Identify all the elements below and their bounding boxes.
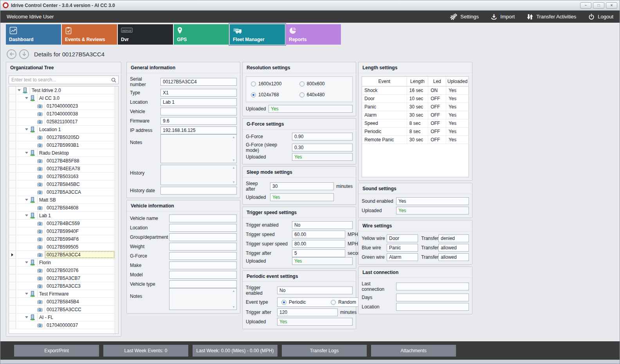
vehicle-make-input[interactable] bbox=[169, 261, 237, 269]
back-button[interactable] bbox=[7, 49, 16, 59]
expander-icon[interactable] bbox=[18, 89, 21, 91]
transfer-logs-button[interactable]: Transfer Logs bbox=[282, 345, 367, 357]
tree-node-017040000038[interactable]: 017040000038 bbox=[9, 110, 115, 118]
tree-node-00127b5994f6[interactable]: 00127B5994F6 bbox=[9, 235, 115, 243]
length-row-alarm[interactable]: Alarm30 secOFFYes bbox=[362, 111, 469, 119]
expander-icon[interactable] bbox=[25, 128, 28, 130]
scroll-up-icon[interactable]: ▲ bbox=[232, 289, 235, 293]
attachments-button[interactable]: Attachments bbox=[371, 345, 456, 357]
tree-node-00127b584608[interactable]: 00127B584608 bbox=[9, 204, 115, 212]
tree-node-location-1[interactable]: Location 1 bbox=[9, 126, 115, 133]
radio-1600x1200[interactable]: 1600x1200 bbox=[251, 81, 299, 86]
radio-800x600[interactable]: 800x600 bbox=[299, 81, 348, 86]
expander-icon[interactable] bbox=[25, 293, 28, 295]
length-row-panic[interactable]: Panic30 secOFFYes bbox=[362, 103, 469, 111]
logout-button[interactable]: Logout bbox=[588, 13, 613, 20]
tree-node-00127b5993b1[interactable]: 00127B5993B1 bbox=[9, 141, 115, 149]
tree-node-test-firmware[interactable]: Test Firmware bbox=[9, 290, 115, 298]
tab-dashboard[interactable]: Dashboard bbox=[6, 24, 61, 45]
general-type-input[interactable] bbox=[160, 89, 237, 97]
last-connection-last-connection-input[interactable] bbox=[396, 283, 469, 290]
tree-node-00127b50205d[interactable]: 00127B50205D bbox=[9, 133, 115, 141]
tree-node-radu-desktop[interactable]: Radu Desktop bbox=[9, 149, 115, 157]
tree-node-00127b5a3cc3[interactable]: 00127B5A3CC3 bbox=[9, 282, 115, 290]
tab-events-reviews[interactable]: Events & Reviews bbox=[62, 24, 117, 45]
minimize-button[interactable]: – bbox=[580, 2, 591, 9]
trigger-trigger-super-speed-input[interactable] bbox=[292, 240, 345, 248]
vehicle-location-input[interactable] bbox=[169, 224, 237, 232]
general-location-input[interactable] bbox=[160, 98, 237, 106]
blue-wire-input[interactable] bbox=[387, 244, 418, 252]
tree-node-00127b5a3cc4[interactable]: 00127B5A3CC4 bbox=[9, 251, 115, 259]
vehicle-vehicle-name-input[interactable] bbox=[169, 214, 237, 222]
import-button[interactable]: Import bbox=[490, 13, 515, 20]
notes-textarea[interactable]: ▲▼ bbox=[160, 134, 237, 163]
radio-random[interactable]: Random bbox=[331, 299, 356, 305]
scroll-up-icon[interactable]: ▲ bbox=[232, 135, 235, 139]
scroll-down-button[interactable] bbox=[19, 49, 29, 59]
blue-wire-transfer-input[interactable] bbox=[438, 244, 469, 252]
expander-icon[interactable] bbox=[25, 152, 28, 154]
scroll-up-icon[interactable]: ▲ bbox=[232, 166, 235, 169]
last-week-events-button[interactable]: Last Week Events: 0 bbox=[103, 345, 188, 357]
tree-node-00127b5a3cca[interactable]: 00127B5A3CCA bbox=[9, 188, 115, 196]
tree-node-test-idrive-2-0[interactable]: Test Idrive 2.0 bbox=[9, 86, 115, 94]
close-button[interactable]: × bbox=[606, 2, 617, 9]
vehicle-notes-textarea[interactable]: ▲▼ bbox=[169, 288, 237, 310]
trigger-trigger-speed-input[interactable] bbox=[292, 231, 345, 238]
vehicle-weight-input[interactable] bbox=[169, 243, 237, 250]
length-row-door[interactable]: Door10 secOFFYes bbox=[362, 94, 469, 103]
length-row-shock[interactable]: Shock16 secONYes bbox=[362, 86, 469, 94]
length-row-remote-panic[interactable]: Remote Panic30 secOFFYes bbox=[362, 135, 469, 144]
radio-1024x768[interactable]: 1024x768 bbox=[251, 92, 299, 97]
search-input[interactable] bbox=[9, 76, 119, 84]
periodic-trigger-after-input[interactable] bbox=[277, 308, 338, 316]
trigger-trigger-after-input[interactable] bbox=[292, 249, 345, 257]
expander-icon[interactable] bbox=[25, 261, 28, 263]
vehicle-model-input[interactable] bbox=[169, 271, 237, 279]
last-connection-days-input[interactable] bbox=[396, 294, 469, 301]
general-ip-address-input[interactable] bbox=[160, 126, 237, 134]
trigger-trigger-enabled-input[interactable] bbox=[292, 221, 353, 229]
vehicle-vehicle-type-input[interactable] bbox=[169, 280, 237, 288]
tree-node-ai-fl[interactable]: AI - FL bbox=[9, 314, 115, 321]
tree-node-025821100017[interactable]: 025821100017 bbox=[9, 118, 115, 126]
tree-node-017040000023[interactable]: 017040000023 bbox=[9, 102, 115, 110]
tree-node-00127b503163[interactable]: 00127B503163 bbox=[9, 173, 115, 180]
tree-node-00127b4eea78[interactable]: 00127B4EEA78 bbox=[9, 165, 115, 173]
yellow-wire-transfer-input[interactable] bbox=[438, 234, 469, 242]
tree-node-matt-sb[interactable]: Matt SB bbox=[9, 196, 115, 204]
tab-reports[interactable]: Reports bbox=[286, 24, 341, 45]
tree-node-00127b5a3ccc[interactable]: 00127B5A3CCC bbox=[9, 306, 115, 314]
expander-icon[interactable] bbox=[25, 316, 28, 318]
scroll-down-icon[interactable]: ▼ bbox=[232, 305, 235, 309]
length-row-periodic[interactable]: Periodic8 secOFFYes bbox=[362, 127, 469, 135]
history-textarea[interactable]: ▲▼ bbox=[160, 165, 237, 185]
tree-node-lab-1[interactable]: Lab 1 bbox=[9, 212, 115, 220]
expander-icon[interactable] bbox=[25, 97, 28, 99]
tab-dvr[interactable]: MERGEDvr bbox=[118, 24, 173, 45]
tree-scrollbar[interactable] bbox=[115, 86, 118, 333]
green-wire-transfer-input[interactable] bbox=[438, 253, 469, 261]
general-vehicle-input[interactable] bbox=[160, 108, 237, 115]
scroll-down-icon[interactable]: ▼ bbox=[232, 159, 235, 162]
last-connection-location-input[interactable] bbox=[396, 303, 469, 311]
general-serial-number-input[interactable] bbox=[160, 78, 237, 86]
length-row-speed[interactable]: Speed8 secOFFYes bbox=[362, 119, 469, 127]
history-date-input[interactable] bbox=[160, 187, 237, 195]
gforce-g-force-sleep-mode-input[interactable] bbox=[292, 144, 353, 151]
tree-node-00127b4bc559[interactable]: 00127B4BC559 bbox=[9, 220, 115, 227]
tree-node-00127b5a3cb7[interactable]: 00127B5A3CB7 bbox=[9, 274, 115, 282]
settings-button[interactable]: Settings bbox=[450, 13, 479, 21]
tab-gps[interactable]: GPS bbox=[174, 24, 229, 45]
tree-node-00127b599505[interactable]: 00127B599505 bbox=[9, 243, 115, 251]
scroll-down-icon[interactable]: ▼ bbox=[232, 180, 235, 184]
periodic-trigger-enabled-input[interactable] bbox=[277, 287, 353, 294]
green-wire-input[interactable] bbox=[387, 253, 418, 261]
tree-node-ai-cc-3-0[interactable]: AI CC 3.0 bbox=[9, 94, 115, 102]
vehicle-group-department-input[interactable] bbox=[169, 233, 237, 241]
tree-node-florin[interactable]: Florin bbox=[9, 259, 115, 267]
tree-node-00127b5845bc[interactable]: 00127B5845BC bbox=[9, 180, 115, 188]
yellow-wire-input[interactable] bbox=[387, 234, 418, 242]
expander-icon[interactable] bbox=[25, 214, 28, 216]
